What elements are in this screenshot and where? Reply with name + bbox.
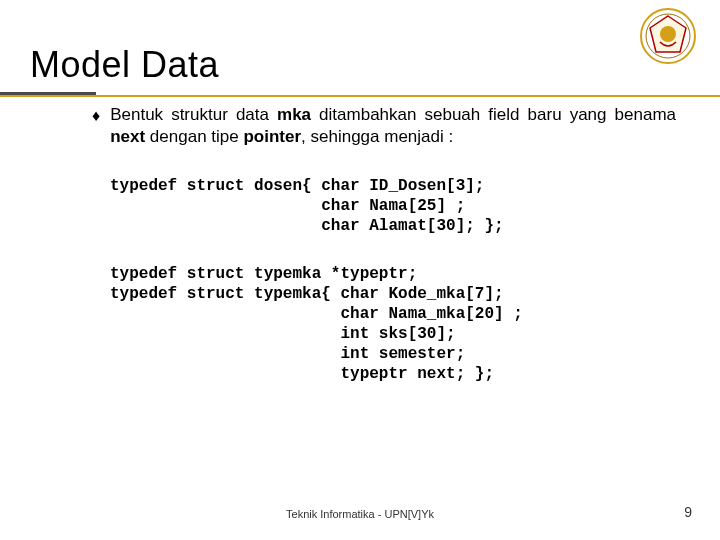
bullet-item: ♦ Bentuk struktur data mka ditambahkan s… bbox=[92, 104, 676, 148]
t6: , sehingga menjadi : bbox=[301, 127, 453, 146]
t0: Bentuk struktur data bbox=[110, 105, 277, 124]
page-title: Model Data bbox=[30, 44, 219, 86]
code1: typedef struct dosen{ char ID_Dosen[3]; … bbox=[110, 177, 504, 235]
page-number: 9 bbox=[684, 504, 692, 520]
university-logo bbox=[640, 8, 696, 64]
t2: ditambahkan sebuah field baru yang benam… bbox=[311, 105, 676, 124]
t5: pointer bbox=[243, 127, 301, 146]
content-area: ♦ Bentuk struktur data mka ditambahkan s… bbox=[92, 104, 676, 384]
svg-point-3 bbox=[660, 26, 676, 42]
t3: next bbox=[110, 127, 145, 146]
t4: dengan tipe bbox=[145, 127, 243, 146]
slide: Model Data ♦ Bentuk struktur data mka di… bbox=[0, 0, 720, 540]
code2: typedef struct typemka *typeptr; typedef… bbox=[110, 265, 523, 383]
bullet-marker: ♦ bbox=[92, 105, 100, 127]
code-block-typemka: typedef struct typemka *typeptr; typedef… bbox=[110, 264, 676, 384]
bullet-text: Bentuk struktur data mka ditambahkan seb… bbox=[110, 104, 676, 148]
code-block-dosen: typedef struct dosen{ char ID_Dosen[3]; … bbox=[110, 176, 676, 236]
t1: mka bbox=[277, 105, 311, 124]
footer-text: Teknik Informatika - UPN[V]Yk bbox=[0, 508, 720, 520]
title-underline bbox=[0, 92, 720, 98]
